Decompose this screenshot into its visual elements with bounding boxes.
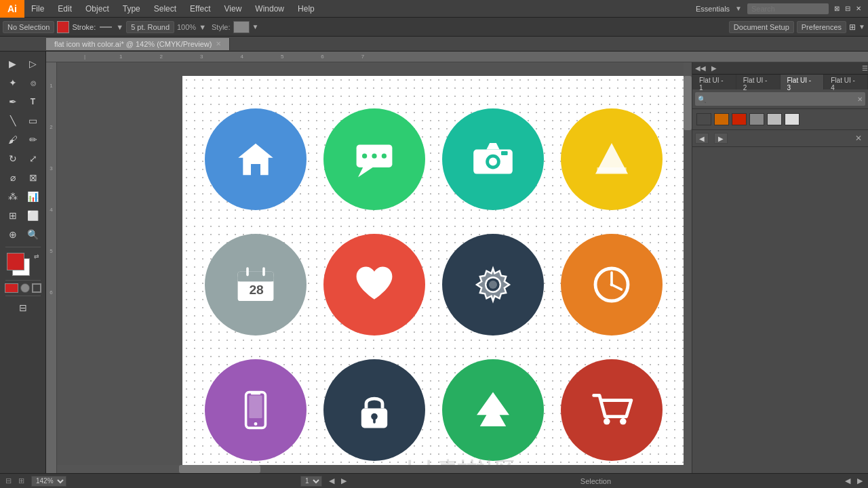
status-icon-4: ▶ (857, 476, 863, 485)
fill-color[interactable] (57, 21, 69, 33)
icon-cart[interactable] (561, 359, 663, 461)
menu-effect[interactable]: Effect (183, 3, 217, 15)
swatch-white[interactable] (785, 113, 800, 125)
icon-calendar[interactable]: 28 (205, 234, 307, 336)
tool-group-warp: ⌀ ⊠ (3, 169, 43, 186)
right-panel: ◀◀ ▶ ☰ Flat UI - 1 Flat UI - 2 Flat UI -… (692, 62, 868, 473)
panel-search-input[interactable] (706, 94, 857, 104)
doc-tab[interactable]: flat icon with color.ai* @ 142% (CMYK/Pr… (46, 38, 230, 50)
page-select[interactable]: 1 (300, 476, 322, 487)
icon-cell-settings (433, 222, 552, 347)
eyedropper-tool[interactable]: ⊕ (3, 226, 22, 243)
menu-select[interactable]: Select (147, 3, 183, 15)
zoom-select[interactable]: 142% 100% 200% (31, 476, 66, 487)
rotate-tool[interactable]: ↻ (3, 150, 22, 167)
h-ruler: | 1 2 3 4 5 6 7 (46, 52, 868, 62)
pen-tool[interactable]: ✒ (3, 93, 22, 110)
swatch-lightgray[interactable] (767, 113, 782, 125)
icon-phone[interactable] (205, 359, 307, 461)
svg-marker-31 (477, 392, 509, 426)
icon-cell-camera (433, 96, 552, 222)
panel-tab-1[interactable]: Flat UI - 1 (692, 75, 736, 89)
icon-cell-tree (433, 347, 552, 472)
style-dropdown[interactable]: ▼ (252, 23, 259, 30)
panel-menu-icon[interactable]: ☰ (862, 64, 868, 72)
status-nav-next[interactable]: ▶ (341, 476, 347, 485)
weight-selector[interactable]: 5 pt. Round (126, 21, 174, 33)
arrange-icon[interactable]: ⊞ (849, 22, 856, 32)
menu-file[interactable]: File (24, 3, 51, 15)
icon-lock[interactable] (323, 359, 425, 461)
icon-chat[interactable] (323, 108, 425, 210)
pencil-tool[interactable]: ✏ (24, 131, 43, 148)
menu-view[interactable]: View (218, 3, 249, 15)
lasso-tool[interactable]: ⌾ (24, 74, 43, 92)
type-tool[interactable]: T (24, 93, 43, 110)
warp-tool[interactable]: ⌀ (3, 169, 22, 186)
status-nav-prev[interactable]: ◀ (329, 476, 334, 485)
v-scrollbar[interactable] (684, 62, 692, 473)
stroke-mode-btn[interactable] (20, 283, 30, 293)
screen-mode-btn[interactable]: ⊟ (14, 299, 33, 317)
essentials-label[interactable]: Essentials (696, 5, 730, 13)
menu-window[interactable]: Window (248, 3, 291, 15)
arrange-dropdown[interactable]: ▼ (859, 23, 865, 30)
symbol-tool[interactable]: ⁂ (3, 188, 22, 205)
mesh-tool[interactable]: ⊞ (3, 207, 22, 224)
icon-cell-lock (315, 347, 433, 472)
document-setup-btn[interactable]: Document Setup (729, 21, 794, 33)
panel-expand-btn[interactable]: ▶ (709, 64, 719, 72)
panel-prev-btn[interactable]: ◀ (695, 133, 709, 144)
opacity-dropdown[interactable]: ▼ (199, 23, 206, 31)
style-swatch[interactable] (233, 21, 250, 33)
tool-group-rotate: ↻ ⤢ (3, 150, 43, 167)
icon-camera[interactable] (442, 108, 544, 210)
magic-wand-tool[interactable]: ✦ (3, 74, 22, 92)
icon-home[interactable] (205, 108, 307, 210)
menu-type[interactable]: Type (116, 3, 147, 15)
brush-tool[interactable]: 🖌 (3, 131, 22, 148)
line-tool[interactable]: ╲ (3, 112, 22, 129)
swatch-gray[interactable] (749, 113, 764, 125)
doc-tab-close[interactable]: ✕ (216, 40, 221, 47)
icon-heart[interactable] (323, 234, 425, 336)
zoom-tool[interactable]: 🔍 (24, 226, 43, 243)
tool-group-magic: ✦ ⌾ (3, 74, 43, 92)
fill-mode-btn[interactable] (5, 283, 18, 293)
panel-next-btn[interactable]: ▶ (714, 133, 728, 144)
icon-cell-heart (315, 222, 433, 347)
menu-help[interactable]: Help (291, 3, 321, 15)
panel-tabs: Flat UI - 1 Flat UI - 2 Flat UI - 3 Flat… (692, 75, 868, 89)
scale-tool[interactable]: ⤢ (24, 150, 43, 167)
icon-tree[interactable] (442, 359, 544, 461)
free-transform[interactable]: ⊠ (24, 169, 43, 186)
panel-tab-2[interactable]: Flat UI - 2 (736, 75, 781, 89)
preferences-btn[interactable]: Preferences (797, 21, 846, 33)
icon-clock[interactable] (561, 234, 663, 336)
panel-search-close[interactable]: ✕ (857, 96, 863, 103)
graph-tool[interactable]: 📊 (24, 188, 43, 205)
swap-colors-icon[interactable]: ⇄ (34, 253, 39, 260)
none-mode-btn[interactable] (32, 283, 41, 293)
swatch-dark[interactable] (696, 113, 711, 125)
search-input[interactable] (747, 3, 829, 14)
direct-select-tool[interactable]: ▷ (24, 55, 43, 73)
selection-label: Selection (580, 477, 611, 485)
icon-palette[interactable] (561, 108, 663, 210)
menu-object[interactable]: Object (79, 3, 116, 15)
panel-tab-4[interactable]: Flat UI - 4 (824, 75, 868, 89)
swatch-orange[interactable] (714, 113, 729, 125)
icon-settings[interactable] (442, 234, 544, 336)
swatch-red[interactable] (732, 113, 747, 125)
stroke-dropdown[interactable]: ▼ (116, 23, 123, 31)
svg-point-32 (604, 418, 610, 425)
fg-color-swatch[interactable] (7, 253, 24, 270)
h-scrollbar[interactable] (57, 465, 684, 473)
grad-tool[interactable]: ⬜ (24, 207, 43, 224)
select-tool[interactable]: ▶ (3, 55, 22, 73)
panel-close-btn[interactable]: ✕ (852, 133, 865, 144)
panel-tab-3[interactable]: Flat UI - 3 (781, 75, 825, 89)
menu-edit[interactable]: Edit (51, 3, 79, 15)
panel-collapse-btn[interactable]: ◀◀ (692, 64, 709, 72)
shape-tool[interactable]: ▭ (24, 112, 43, 129)
